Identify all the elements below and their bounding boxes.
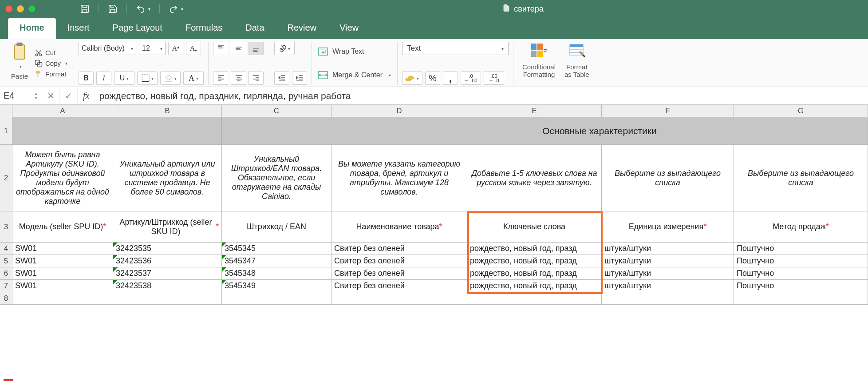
borders-button[interactable]: ▾ [137,72,158,85]
cell-F2[interactable]: Выберите из выпадающего списка [602,145,734,211]
autosave-icon[interactable] [80,4,90,14]
cell-G3[interactable]: Метод продаж* [734,211,868,243]
format-painter-button[interactable]: Format [33,69,69,79]
percent-button[interactable]: % [425,72,440,85]
cell-B3[interactable]: Артикул/Штрихкод (seller SKU ID)* [113,211,222,243]
cancel-formula-button[interactable]: ✕ [42,87,60,104]
currency-button[interactable]: ▾ [402,72,422,85]
bold-button[interactable]: B [79,72,94,85]
cell-F6[interactable]: штука/штуки [602,267,734,280]
cell-C2[interactable]: Уникальный Штрихкод/EAN товара. Обязател… [222,145,331,211]
cell-D5[interactable]: Свитер без оленей [331,255,467,267]
format-as-table-button[interactable]: Format as Table [560,42,594,85]
cell-A2[interactable]: Может быть равна Артикулу (SKU ID). Прод… [12,145,113,211]
orientation-button[interactable]: ab▾ [274,42,295,55]
tab-page-layout[interactable]: Page Layout [101,18,174,39]
italic-button[interactable]: I [96,72,111,85]
cell-E6[interactable]: рождество, новый год, празд [467,267,602,280]
col-header-A[interactable]: A [12,105,113,117]
tab-review[interactable]: Review [276,18,328,39]
cell-B1[interactable] [113,117,222,145]
cell-A1[interactable] [12,117,113,145]
wrap-text-button[interactable]: Wrap Text [316,46,366,57]
cell-E5[interactable]: рождество, новый год, празд [467,255,602,267]
cell-C1[interactable] [222,117,331,145]
cell-G4[interactable]: Поштучно [734,243,868,255]
underline-button[interactable]: U▾ [114,72,134,85]
fill-color-button[interactable]: ▾ [160,72,181,85]
cell-F3[interactable]: Единица измерения* [602,211,734,243]
cell-C8[interactable] [222,292,331,305]
enter-formula-button[interactable]: ✓ [60,87,78,104]
row-header-1[interactable]: 1 [0,117,12,145]
cell-G5[interactable]: Поштучно [734,255,868,267]
row-header-8[interactable]: 8 [0,292,12,305]
col-header-B[interactable]: B [113,105,222,117]
align-top-button[interactable] [213,42,228,55]
col-header-C[interactable]: C [222,105,331,117]
close-window-button[interactable] [5,5,12,12]
minimize-window-button[interactable] [17,5,24,12]
cell-B8[interactable] [113,292,222,305]
font-name-select[interactable]: Calibri (Body)▾ [79,42,136,55]
align-left-button[interactable] [213,72,228,85]
row-header-2[interactable]: 2 [0,145,12,211]
merged-header-cell[interactable]: Основные характеристики [331,117,868,145]
tab-view[interactable]: View [328,18,370,39]
fx-label[interactable]: fx [78,91,95,101]
cell-C5[interactable]: 3545347 [222,255,331,267]
cell-B6[interactable]: 32423537 [113,267,222,280]
align-bottom-button[interactable] [249,42,264,55]
align-middle-button[interactable] [231,42,246,55]
cell-A4[interactable]: SW01 [12,243,113,255]
tab-insert[interactable]: Insert [56,18,101,39]
cell-B5[interactable]: 32423536 [113,255,222,267]
row-header-3[interactable]: 3 [0,211,12,243]
col-header-D[interactable]: D [331,105,467,117]
increase-indent-button[interactable] [292,72,307,85]
increase-decimal-button[interactable]: .0← .00 [461,72,481,85]
tab-data[interactable]: Data [234,18,276,39]
name-box-stepper[interactable]: ▲▼ [34,92,38,100]
row-header-5[interactable]: 5 [0,255,12,267]
cell-A3[interactable]: Модель (seller SPU ID)* [12,211,113,243]
tab-formulas[interactable]: Formulas [174,18,234,39]
col-header-G[interactable]: G [734,105,868,117]
col-header-F[interactable]: F [602,105,734,117]
formula-input[interactable]: рождество, новый год, праздник, гирлянда… [95,91,868,101]
align-center-button[interactable] [231,72,246,85]
cell-A5[interactable]: SW01 [12,255,113,267]
undo-icon[interactable]: ▾ [136,4,150,14]
cell-F5[interactable]: штука/штуки [602,255,734,267]
cell-D8[interactable] [331,292,467,305]
comma-button[interactable]: , [443,72,458,85]
row-header-4[interactable]: 4 [0,243,12,255]
cell-C3[interactable]: Штрихкод / EAN [222,211,331,243]
name-box[interactable]: E4 ▲▼ [0,87,42,104]
tab-home[interactable]: Home [8,18,56,39]
cell-B2[interactable]: Уникальный артикул или штрихкод товара в… [113,145,222,211]
cell-C6[interactable]: 3545348 [222,267,331,280]
cell-F8[interactable] [602,292,734,305]
row-header-7[interactable]: 7 [0,280,12,292]
font-size-select[interactable]: 12▾ [139,42,166,55]
cell-B7[interactable]: 32423538 [113,280,222,292]
col-header-E[interactable]: E [467,105,602,117]
cell-C4[interactable]: 3545345 [222,243,331,255]
cell-D6[interactable]: Свитер без оленей [331,267,467,280]
align-right-button[interactable] [249,72,264,85]
cell-A6[interactable]: SW01 [12,267,113,280]
cell-A7[interactable]: SW01 [12,280,113,292]
redo-icon[interactable]: ▾ [169,4,183,14]
cell-E3[interactable]: Ключевые слова [467,211,602,243]
cell-A8[interactable] [12,292,113,305]
select-all-corner[interactable] [0,105,12,117]
decrease-decimal-button[interactable]: .00→ .0 [484,72,504,85]
merge-center-button[interactable]: Merge & Center ▾ [316,70,393,80]
row-header-6[interactable]: 6 [0,267,12,280]
cell-B4[interactable]: 32423535 [113,243,222,255]
cell-D2[interactable]: Вы можете указать категорию товара, брен… [331,145,467,211]
paste-button[interactable]: ▾ Paste [11,42,28,85]
cell-E4[interactable]: рождество, новый год, празд [467,243,602,255]
number-format-select[interactable]: Text▾ [402,42,509,55]
